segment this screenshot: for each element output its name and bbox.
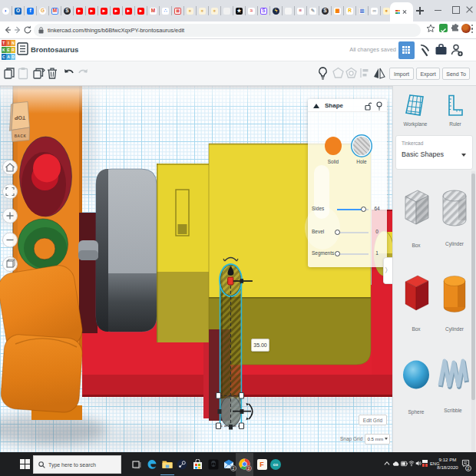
tab-purple-s[interactable]: S <box>258 6 270 15</box>
refresh-icon[interactable] <box>22 25 33 35</box>
scale-handle[interactable] <box>240 393 244 399</box>
eye-torus[interactable] <box>20 137 72 217</box>
edge-handle-black[interactable] <box>240 279 244 283</box>
tab-person[interactable]: ● <box>184 6 197 15</box>
tab-facebook[interactable]: f <box>25 6 37 15</box>
yellow-block-middle[interactable] <box>157 164 210 342</box>
lightbulb-small-icon[interactable] <box>376 101 382 111</box>
teal-app-icon[interactable]: co <box>268 456 283 472</box>
hole-option[interactable]: Hole <box>350 137 373 164</box>
lock-open-icon[interactable] <box>365 102 372 111</box>
tab-red-waves[interactable]: ≈ <box>246 6 258 15</box>
viewcube[interactable]: TOP BACK <box>10 102 30 142</box>
tab-black-star[interactable]: ★ <box>233 6 246 15</box>
task-view-button[interactable] <box>129 456 144 472</box>
slider-handle[interactable] <box>335 251 340 256</box>
export-button[interactable]: Export <box>416 68 440 80</box>
tab-card[interactable]: ▥ <box>356 6 369 15</box>
tab-outlook[interactable]: O <box>12 6 25 15</box>
scale-handle[interactable] <box>217 423 221 429</box>
design-title[interactable]: Brontosaurus <box>31 45 78 54</box>
extension-gray-icon[interactable] <box>451 24 460 32</box>
tab-yellow-ribbon[interactable]: R <box>344 6 356 15</box>
taskbar-search[interactable]: Type here to search <box>33 455 121 474</box>
canvas-3d-viewport[interactable]: TOP BACK <box>0 86 392 452</box>
undo-icon[interactable] <box>63 67 75 79</box>
home-view-button[interactable] <box>3 160 18 175</box>
tab-gmail[interactable]: M <box>147 6 160 15</box>
library-dropdown[interactable]: Tinkercad Basic Shapes <box>395 135 473 170</box>
f-app-icon[interactable]: F <box>254 456 269 472</box>
tab-gold-badge[interactable]: G <box>37 6 49 15</box>
tab-youtube[interactable]: ▸ <box>74 6 86 15</box>
copy-icon[interactable] <box>4 67 15 80</box>
new-tab-button[interactable] <box>415 6 425 15</box>
tab-person[interactable]: ● <box>197 6 209 15</box>
shape-card-cylinder-hole[interactable]: Cylinder <box>436 189 473 246</box>
window-maximize-button[interactable] <box>448 0 464 20</box>
ungroup-icon[interactable] <box>345 67 357 79</box>
tab-blank[interactable] <box>221 6 233 15</box>
mid-handle[interactable] <box>229 425 233 430</box>
slider-handle[interactable] <box>335 230 340 235</box>
hole-swatch[interactable] <box>353 137 370 155</box>
forward-icon[interactable] <box>12 25 23 35</box>
tab-youtube[interactable]: ▸ <box>111 6 123 15</box>
tab-person[interactable]: ● <box>209 6 221 15</box>
slider-track[interactable] <box>337 232 369 233</box>
tab-dark-sphere[interactable]: S <box>61 6 74 15</box>
viewcube-back-label[interactable]: BACK <box>15 134 27 138</box>
paste-icon[interactable] <box>18 67 28 80</box>
align-icon[interactable] <box>359 67 370 79</box>
tab-pencil[interactable]: ✎ <box>307 6 319 15</box>
perspective-toggle-button[interactable] <box>3 257 18 272</box>
briefcase-icon[interactable] <box>435 43 448 57</box>
pickaxe-icon[interactable] <box>418 43 431 58</box>
volume-icon[interactable] <box>415 460 421 467</box>
file-explorer-icon[interactable] <box>160 456 175 472</box>
edit-grid-button[interactable]: Edit Grid <box>359 415 387 425</box>
shape-card-box-hole[interactable]: Box <box>398 187 435 248</box>
selected-hole-cylinder[interactable] <box>219 263 243 433</box>
steam-icon[interactable] <box>174 456 190 472</box>
window-close-button[interactable] <box>462 0 476 20</box>
fit-view-button[interactable] <box>3 184 18 199</box>
delete-icon[interactable] <box>47 67 58 80</box>
shape-card-scribble[interactable]: Scribble <box>435 356 471 413</box>
tab-red-lines[interactable]: ≣ <box>172 6 184 15</box>
shape-card-sphere[interactable]: Sphere <box>398 358 435 415</box>
tab-gmail-box[interactable]: M <box>49 6 61 15</box>
import-button[interactable]: Import <box>389 68 414 80</box>
dashboard-grid-button[interactable] <box>398 41 415 59</box>
edge-icon[interactable] <box>144 456 160 472</box>
clock[interactable]: 9:12 PM 8/18/2020 <box>437 456 458 471</box>
slider-handle[interactable] <box>361 207 366 212</box>
zoom-out-button[interactable] <box>3 233 18 247</box>
sidebar-scrollbar-thumb[interactable] <box>471 174 475 400</box>
tab-orange-waffle[interactable]: ▦ <box>332 6 344 15</box>
onedrive-icon[interactable] <box>392 461 399 467</box>
flip-icon[interactable] <box>373 67 385 80</box>
send-to-button[interactable]: Send To <box>442 68 470 80</box>
address-bar[interactable]: tinkercad.com/things/b6BfwcXqxPY-brontos… <box>34 24 421 37</box>
active-tab[interactable] <box>390 2 413 21</box>
grab-handle-red[interactable] <box>228 277 233 285</box>
duplicate-icon[interactable] <box>33 67 45 80</box>
lightbulb-icon[interactable] <box>318 67 328 81</box>
language-indicator-icon[interactable] <box>422 460 428 467</box>
sidebar-collapse-tab[interactable]: 〉 <box>383 257 392 284</box>
dimension-label[interactable]: 35.00 <box>251 339 269 352</box>
scale-handle[interactable] <box>240 423 244 429</box>
network-icon[interactable] <box>408 460 415 467</box>
tab-navy-bolt[interactable]: ϟ <box>270 6 283 15</box>
zoom-in-button[interactable] <box>3 209 18 223</box>
solid-option[interactable]: Solid <box>322 137 345 164</box>
tinkercad-logo[interactable]: TINKERCAD <box>2 40 15 61</box>
menu-dots-icon[interactable] <box>471 25 474 33</box>
viewcube-top-label[interactable]: TOP <box>15 115 26 121</box>
window-minimize-button[interactable] <box>431 0 446 20</box>
design-menu-icon[interactable] <box>17 42 28 55</box>
slider-track[interactable] <box>337 253 369 255</box>
workplane-icon[interactable] <box>405 94 425 117</box>
tab-blue-app[interactable]: ◗ <box>0 6 12 15</box>
